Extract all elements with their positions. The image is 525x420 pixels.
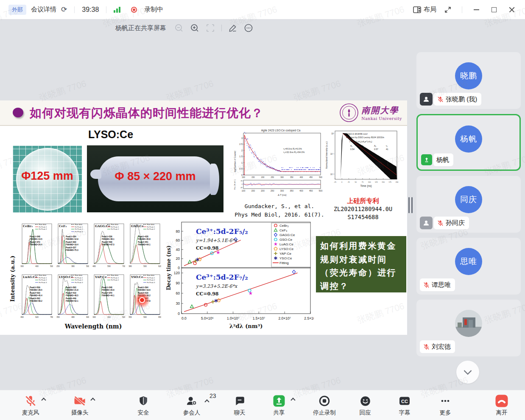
- reactions-button[interactable]: 回应: [345, 394, 385, 417]
- participant-name: 杨帆: [436, 156, 449, 164]
- nankai-cn: 南開大學: [361, 105, 402, 116]
- more-options-icon[interactable]: [244, 23, 253, 33]
- scroll-participants-button[interactable]: [456, 361, 479, 384]
- leave-meeting-button[interactable]: 离开: [481, 394, 522, 417]
- participant-tile-active-speaker[interactable]: 杨帆 杨帆: [416, 114, 521, 171]
- mic-options-chevron[interactable]: [41, 398, 46, 402]
- svg-text:Fit Peak 1: Fit Peak 1: [39, 277, 47, 279]
- svg-text:500: 500: [50, 265, 53, 267]
- svg-text:250: 250: [56, 265, 60, 267]
- zoom-out-icon[interactable]: [174, 23, 184, 33]
- participant-tile[interactable]: 思唯 谭思唯: [416, 238, 521, 295]
- nankai-logo: 南開大學 Nankai University: [339, 103, 402, 122]
- svg-text:410: 410: [107, 316, 111, 318]
- close-button[interactable]: [505, 3, 518, 16]
- svg-text:FWHM1=21.8: FWHM1=21.8: [66, 289, 78, 291]
- svg-text:CC=0.98: CC=0.98: [196, 291, 219, 297]
- svg-text:2.5: 2.5: [239, 143, 243, 145]
- svg-text:CeF₃: CeF₃: [279, 228, 287, 232]
- stop-recording-button[interactable]: 停止录制: [304, 394, 345, 417]
- participant-tile[interactable]: 同庆 孙同庆: [416, 176, 521, 233]
- fit-screen-icon[interactable]: [206, 23, 215, 33]
- svg-text:Fit Peak 3: Fit Peak 3: [147, 281, 156, 284]
- more-button[interactable]: 更多: [425, 394, 466, 417]
- security-button[interactable]: 安全: [123, 394, 164, 417]
- citation-line1: Gundacker, S., et al.: [231, 202, 328, 211]
- svg-text:250: 250: [271, 189, 274, 192]
- spectrum-panel-CeBr₃: CeBr₃Raw dataFit Peak 1Fit Peak 2Peak1=3…: [17, 220, 53, 271]
- svg-text:2: 2: [241, 149, 243, 152]
- svg-text:Peak2=419: Peak2=419: [66, 292, 76, 294]
- slide-title-band: 如何对现有闪烁晶体的时间性能进行优化？ 南開大學 Nankai Universi…: [0, 100, 407, 126]
- svg-text:500: 500: [143, 316, 147, 318]
- svg-text:Peak1=509: Peak1=509: [30, 286, 40, 289]
- share-options-chevron[interactable]: [290, 398, 295, 402]
- spectrum-panel-LuAG:Ce: LuAG:CeRaw dataFit Peak 1Fit Peak 2Fit P…: [17, 271, 53, 322]
- spectrum-panel-CeF₃: CeF₃Raw dataFit Peak 1Fit Peak 2Fit Peak…: [53, 220, 89, 271]
- decay-fit-svg: Agile 2423 LSO:Ce codoped Ca00.511.522.5…: [233, 128, 323, 200]
- svg-text:400: 400: [35, 265, 39, 267]
- svg-text:Normalized Intensity (a.u.): Normalized Intensity (a.u.): [325, 142, 328, 169]
- minimize-button[interactable]: [470, 3, 483, 16]
- mic-muted-icon: [24, 395, 37, 407]
- svg-text:41: 41: [386, 148, 388, 150]
- svg-text:YAP:Ce: YAP:Ce: [95, 275, 107, 279]
- refresh-icon[interactable]: ⟳: [61, 5, 67, 14]
- svg-text:Fit Peak 3: Fit Peak 3: [39, 281, 47, 284]
- svg-text:YAP:Ce: YAP:Ce: [279, 252, 291, 256]
- svg-text:FWHM3=62.1: FWHM3=62.1: [66, 300, 78, 302]
- panel-resize-handle[interactable]: [408, 197, 413, 213]
- boule-size-label: Φ 85 × 220 mm: [87, 170, 223, 183]
- svg-text:600: 600: [86, 316, 89, 318]
- microphone-button[interactable]: 麦克风: [10, 394, 51, 417]
- svg-text:80: 80: [176, 229, 180, 234]
- annotate-pen-icon[interactable]: [228, 23, 237, 33]
- svg-text:GSO:Ce: GSO:Ce: [279, 238, 293, 242]
- svg-text:Raw data: Raw data: [75, 223, 83, 225]
- svg-text:620: 620: [35, 316, 39, 318]
- name-tag: 孙同庆: [420, 217, 469, 229]
- svg-text:100: 100: [242, 189, 246, 192]
- chat-button[interactable]: 聊天: [219, 394, 260, 417]
- svg-text:Res. [N. of C.]: Res. [N. of C.]: [234, 179, 236, 189]
- zoom-in-icon[interactable]: [190, 23, 199, 33]
- layout-button[interactable]: 布局: [413, 6, 436, 14]
- camera-button[interactable]: 摄像头: [59, 394, 100, 417]
- svg-text:500: 500: [319, 189, 323, 192]
- svg-text:GAGG:Ce: GAGG:Ce: [279, 233, 295, 237]
- share-screen-button[interactable]: 共享: [259, 394, 299, 417]
- svg-text:y=3.23+5.2E-6*x: y=3.23+5.2E-6*x: [195, 284, 238, 289]
- svg-text:0.0: 0.0: [182, 316, 187, 320]
- maximize-button[interactable]: [488, 3, 500, 16]
- external-badge: 外部: [8, 5, 26, 15]
- participant-name: 张晓鹏 (我): [446, 95, 477, 103]
- participants-options-chevron[interactable]: [204, 399, 209, 404]
- title-bar: 外部 会议详情 ⟳ 39:38 录制中 布局: [0, 0, 525, 19]
- participant-tile[interactable]: 刘宏德: [416, 300, 521, 356]
- svg-text:log(Number of Counts): log(Number of Counts): [234, 150, 236, 172]
- svg-text:CeF₃: CeF₃: [59, 224, 67, 228]
- participants-button[interactable]: 23 参会人: [171, 394, 212, 417]
- fullscreen-button[interactable]: [441, 3, 454, 16]
- captions-button[interactable]: CC 字幕: [384, 394, 425, 417]
- chat-icon: [234, 395, 245, 406]
- svg-text:Peak1=348: Peak1=348: [102, 286, 112, 289]
- svg-text:Peak2=372: Peak2=372: [30, 241, 40, 243]
- mic-muted-icon: [423, 343, 430, 350]
- stop-record-icon: [318, 395, 330, 407]
- svg-text:20: 20: [176, 256, 180, 261]
- patent-block: 上硅所专利 ZL202011280944.0U S17454688: [327, 197, 399, 221]
- leave-phone-icon: [495, 394, 508, 408]
- patent-title: 上硅所专利: [327, 197, 399, 205]
- mic-muted-icon: [437, 220, 444, 227]
- meeting-details-button[interactable]: 会议详情: [31, 6, 56, 14]
- divider: [74, 6, 75, 13]
- participant-tile[interactable]: 晓鹏 张晓鹏 (我): [416, 52, 521, 109]
- svg-text:Peak1=428: Peak1=428: [138, 236, 148, 238]
- maximize-icon: [491, 7, 497, 12]
- svg-text:Fit Peak 2: Fit Peak 2: [75, 279, 84, 281]
- svg-text:520: 520: [122, 316, 125, 318]
- network-signal-icon: [114, 6, 120, 13]
- pulse-shape-chart: LYSO-0 3X3X55 mm²Readout by DSO Lecroy 8…: [324, 128, 399, 196]
- camera-options-chevron[interactable]: [90, 398, 95, 402]
